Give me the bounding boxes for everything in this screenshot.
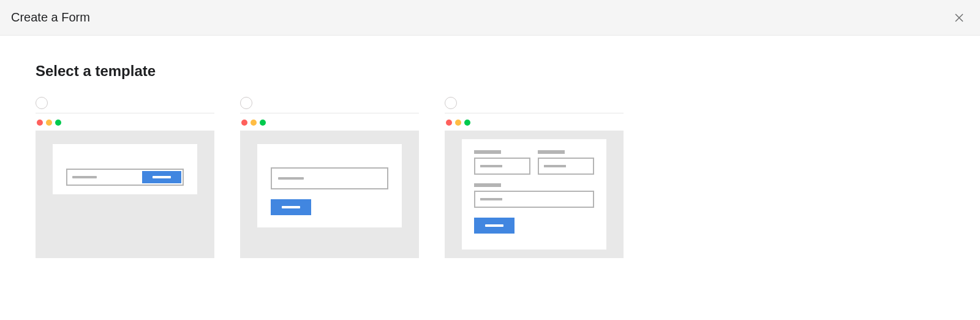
placeholder-line-icon — [278, 177, 304, 180]
button-label-line-icon — [282, 206, 300, 208]
template-preview[interactable] — [36, 131, 214, 258]
browser-dots — [240, 120, 419, 126]
placeholder-line-icon — [544, 165, 566, 167]
browser-dots — [36, 120, 214, 126]
section-title: Select a template — [36, 63, 944, 80]
template-radio[interactable] — [445, 97, 457, 109]
traffic-light-green-icon — [260, 120, 266, 126]
close-button[interactable] — [951, 9, 968, 26]
divider — [240, 113, 419, 113]
divider — [36, 113, 214, 113]
template-list — [36, 97, 944, 258]
traffic-light-green-icon — [464, 120, 470, 126]
preview-submit-button — [142, 171, 181, 183]
preview-label — [474, 183, 501, 187]
placeholder-line-icon — [72, 176, 97, 178]
traffic-light-orange-icon — [46, 120, 52, 126]
preview-input — [474, 191, 594, 208]
template-card-multi-field[interactable] — [445, 97, 624, 258]
traffic-light-red-icon — [241, 120, 247, 126]
template-radio[interactable] — [240, 97, 252, 109]
modal-content: Select a template — [0, 36, 980, 283]
modal-header: Create a Form — [0, 0, 980, 36]
divider — [445, 113, 624, 113]
template-radio[interactable] — [36, 97, 48, 109]
preview-submit-button — [474, 218, 514, 234]
preview-panel — [257, 144, 402, 227]
browser-dots — [445, 120, 624, 126]
preview-panel — [53, 144, 197, 194]
template-preview[interactable] — [445, 131, 624, 258]
template-card-inline[interactable] — [36, 97, 214, 258]
close-icon — [954, 13, 964, 23]
preview-input — [538, 158, 594, 175]
placeholder-line-icon — [480, 165, 502, 167]
traffic-light-red-icon — [37, 120, 43, 126]
preview-input — [66, 169, 184, 186]
template-preview[interactable] — [240, 131, 419, 258]
traffic-light-green-icon — [55, 120, 61, 126]
preview-submit-button — [271, 199, 311, 215]
preview-input — [271, 167, 388, 189]
placeholder-line-icon — [480, 198, 502, 200]
button-label-line-icon — [153, 176, 171, 178]
modal-title: Create a Form — [11, 10, 90, 25]
preview-input — [474, 158, 530, 175]
button-label-line-icon — [485, 224, 503, 227]
preview-label — [538, 150, 565, 154]
traffic-light-red-icon — [446, 120, 452, 126]
preview-label — [474, 150, 501, 154]
preview-panel — [462, 139, 606, 250]
template-card-single-field[interactable] — [240, 97, 419, 258]
traffic-light-orange-icon — [251, 120, 257, 126]
traffic-light-orange-icon — [455, 120, 461, 126]
